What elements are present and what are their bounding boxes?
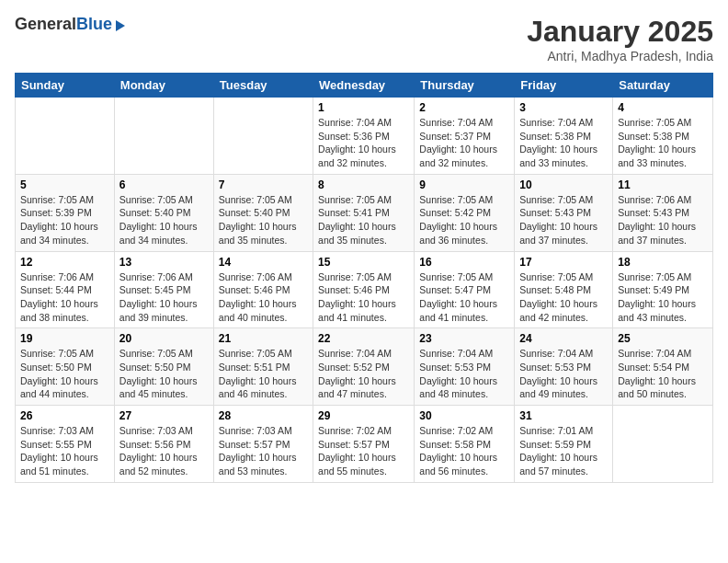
week-row-1: 1Sunrise: 7:04 AM Sunset: 5:36 PM Daylig…: [16, 98, 713, 175]
day-number: 11: [618, 178, 708, 191]
day-info: Sunrise: 7:04 AM Sunset: 5:53 PM Dayligh…: [519, 347, 608, 401]
week-row-4: 19Sunrise: 7:05 AM Sunset: 5:50 PM Dayli…: [16, 328, 713, 406]
day-info: Sunrise: 7:05 AM Sunset: 5:40 PM Dayligh…: [119, 193, 209, 247]
day-info: Sunrise: 7:05 AM Sunset: 5:50 PM Dayligh…: [20, 347, 109, 401]
day-number: 17: [519, 256, 608, 269]
calendar-cell: 2Sunrise: 7:04 AM Sunset: 5:37 PM Daylig…: [415, 98, 515, 175]
day-info: Sunrise: 7:05 AM Sunset: 5:47 PM Dayligh…: [419, 270, 509, 325]
day-number: 20: [119, 332, 209, 345]
day-number: 16: [419, 256, 509, 269]
day-info: Sunrise: 7:05 AM Sunset: 5:51 PM Dayligh…: [219, 347, 308, 401]
calendar-cell: 9Sunrise: 7:05 AM Sunset: 5:42 PM Daylig…: [415, 174, 515, 251]
location-text: Antri, Madhya Pradesh, India: [527, 49, 713, 63]
calendar-cell: 27Sunrise: 7:03 AM Sunset: 5:56 PM Dayli…: [114, 406, 213, 483]
calendar-cell: 21Sunrise: 7:05 AM Sunset: 5:51 PM Dayli…: [213, 328, 313, 406]
day-info: Sunrise: 7:05 AM Sunset: 5:41 PM Dayligh…: [318, 193, 409, 247]
col-sunday: Sunday: [16, 74, 115, 98]
calendar-cell: 24Sunrise: 7:04 AM Sunset: 5:53 PM Dayli…: [515, 328, 613, 406]
day-number: 29: [318, 409, 409, 422]
day-info: Sunrise: 7:04 AM Sunset: 5:53 PM Dayligh…: [419, 347, 509, 401]
day-number: 10: [519, 178, 608, 191]
calendar-cell: 16Sunrise: 7:05 AM Sunset: 5:47 PM Dayli…: [415, 251, 515, 328]
col-friday: Friday: [515, 74, 613, 98]
calendar-cell: [16, 98, 115, 175]
day-info: Sunrise: 7:06 AM Sunset: 5:45 PM Dayligh…: [119, 270, 209, 325]
calendar-cell: 11Sunrise: 7:06 AM Sunset: 5:43 PM Dayli…: [613, 174, 713, 251]
day-info: Sunrise: 7:05 AM Sunset: 5:39 PM Dayligh…: [20, 193, 109, 247]
day-info: Sunrise: 7:01 AM Sunset: 5:59 PM Dayligh…: [519, 424, 608, 478]
day-number: 15: [318, 256, 409, 269]
col-tuesday: Tuesday: [213, 74, 313, 98]
calendar-cell: 19Sunrise: 7:05 AM Sunset: 5:50 PM Dayli…: [16, 328, 115, 406]
calendar-cell: 28Sunrise: 7:03 AM Sunset: 5:57 PM Dayli…: [213, 406, 313, 483]
day-number: 12: [20, 256, 109, 269]
day-info: Sunrise: 7:05 AM Sunset: 5:43 PM Dayligh…: [519, 193, 608, 247]
day-number: 23: [419, 332, 509, 345]
day-number: 28: [219, 409, 308, 422]
day-info: Sunrise: 7:05 AM Sunset: 5:46 PM Dayligh…: [318, 270, 409, 325]
day-number: 7: [219, 178, 308, 191]
calendar-cell: 13Sunrise: 7:06 AM Sunset: 5:45 PM Dayli…: [114, 251, 213, 328]
day-info: Sunrise: 7:03 AM Sunset: 5:55 PM Dayligh…: [20, 424, 109, 478]
calendar-cell: 31Sunrise: 7:01 AM Sunset: 5:59 PM Dayli…: [515, 406, 613, 483]
day-info: Sunrise: 7:05 AM Sunset: 5:48 PM Dayligh…: [519, 270, 608, 325]
calendar-header-row: Sunday Monday Tuesday Wednesday Thursday…: [16, 74, 713, 98]
week-row-3: 12Sunrise: 7:06 AM Sunset: 5:44 PM Dayli…: [16, 251, 713, 328]
day-number: 19: [20, 332, 109, 345]
calendar-cell: 12Sunrise: 7:06 AM Sunset: 5:44 PM Dayli…: [16, 251, 115, 328]
calendar-cell: 25Sunrise: 7:04 AM Sunset: 5:54 PM Dayli…: [613, 328, 713, 406]
day-info: Sunrise: 7:03 AM Sunset: 5:57 PM Dayligh…: [219, 424, 308, 478]
calendar-cell: 1Sunrise: 7:04 AM Sunset: 5:36 PM Daylig…: [313, 98, 415, 175]
day-info: Sunrise: 7:06 AM Sunset: 5:44 PM Dayligh…: [20, 270, 109, 325]
calendar-cell: [114, 98, 213, 175]
page-header: General Blue January 2025 Antri, Madhya …: [15, 15, 713, 63]
day-number: 30: [419, 409, 509, 422]
calendar-cell: 30Sunrise: 7:02 AM Sunset: 5:58 PM Dayli…: [415, 406, 515, 483]
day-info: Sunrise: 7:06 AM Sunset: 5:43 PM Dayligh…: [618, 193, 708, 247]
day-info: Sunrise: 7:05 AM Sunset: 5:50 PM Dayligh…: [119, 347, 209, 401]
logo: General Blue: [15, 15, 125, 34]
day-info: Sunrise: 7:05 AM Sunset: 5:49 PM Dayligh…: [618, 270, 708, 325]
day-number: 25: [618, 332, 708, 345]
day-info: Sunrise: 7:04 AM Sunset: 5:36 PM Dayligh…: [318, 116, 409, 170]
day-number: 24: [519, 332, 608, 345]
day-info: Sunrise: 7:04 AM Sunset: 5:52 PM Dayligh…: [318, 347, 409, 401]
day-info: Sunrise: 7:04 AM Sunset: 5:38 PM Dayligh…: [519, 116, 608, 170]
calendar-cell: 14Sunrise: 7:06 AM Sunset: 5:46 PM Dayli…: [213, 251, 313, 328]
calendar-cell: 18Sunrise: 7:05 AM Sunset: 5:49 PM Dayli…: [613, 251, 713, 328]
day-info: Sunrise: 7:02 AM Sunset: 5:58 PM Dayligh…: [419, 424, 509, 478]
calendar-table: Sunday Monday Tuesday Wednesday Thursday…: [15, 73, 713, 483]
day-info: Sunrise: 7:05 AM Sunset: 5:40 PM Dayligh…: [219, 193, 308, 247]
day-info: Sunrise: 7:05 AM Sunset: 5:38 PM Dayligh…: [618, 116, 708, 170]
calendar-cell: 3Sunrise: 7:04 AM Sunset: 5:38 PM Daylig…: [515, 98, 613, 175]
day-number: 6: [119, 178, 209, 191]
day-number: 1: [318, 101, 409, 114]
day-number: 18: [618, 256, 708, 269]
day-info: Sunrise: 7:04 AM Sunset: 5:37 PM Dayligh…: [419, 116, 509, 170]
day-number: 13: [119, 256, 209, 269]
day-number: 8: [318, 178, 409, 191]
logo-arrow-icon: [116, 20, 125, 31]
day-info: Sunrise: 7:04 AM Sunset: 5:54 PM Dayligh…: [618, 347, 708, 401]
calendar-cell: 7Sunrise: 7:05 AM Sunset: 5:40 PM Daylig…: [213, 174, 313, 251]
day-number: 26: [20, 409, 109, 422]
day-number: 27: [119, 409, 209, 422]
week-row-5: 26Sunrise: 7:03 AM Sunset: 5:55 PM Dayli…: [16, 406, 713, 483]
col-monday: Monday: [114, 74, 213, 98]
calendar-cell: 22Sunrise: 7:04 AM Sunset: 5:52 PM Dayli…: [313, 328, 415, 406]
calendar-cell: 17Sunrise: 7:05 AM Sunset: 5:48 PM Dayli…: [515, 251, 613, 328]
calendar-cell: 4Sunrise: 7:05 AM Sunset: 5:38 PM Daylig…: [613, 98, 713, 175]
calendar-cell: [213, 98, 313, 175]
calendar-cell: 26Sunrise: 7:03 AM Sunset: 5:55 PM Dayli…: [16, 406, 115, 483]
day-number: 9: [419, 178, 509, 191]
calendar-cell: 29Sunrise: 7:02 AM Sunset: 5:57 PM Dayli…: [313, 406, 415, 483]
col-thursday: Thursday: [415, 74, 515, 98]
calendar-cell: 15Sunrise: 7:05 AM Sunset: 5:46 PM Dayli…: [313, 251, 415, 328]
day-number: 4: [618, 101, 708, 114]
calendar-cell: 6Sunrise: 7:05 AM Sunset: 5:40 PM Daylig…: [114, 174, 213, 251]
logo-blue-text: Blue: [76, 15, 112, 34]
day-number: 14: [219, 256, 308, 269]
col-wednesday: Wednesday: [313, 74, 415, 98]
day-info: Sunrise: 7:03 AM Sunset: 5:56 PM Dayligh…: [119, 424, 209, 478]
day-number: 3: [519, 101, 608, 114]
